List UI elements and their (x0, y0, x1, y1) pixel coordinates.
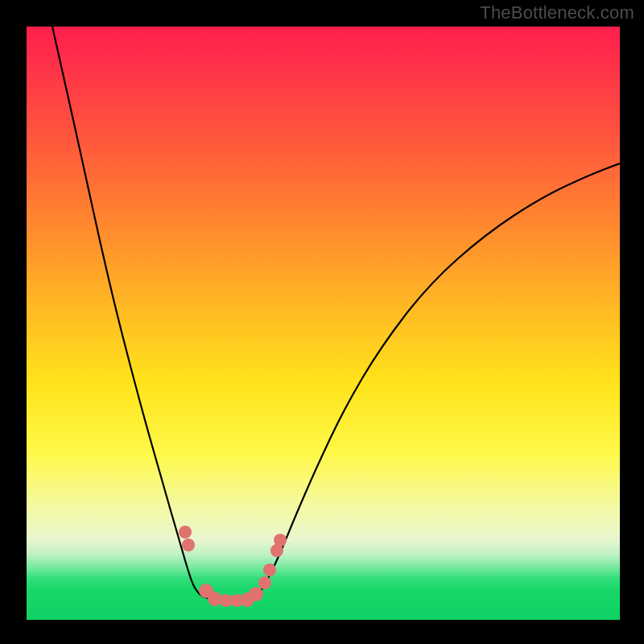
data-marker (258, 576, 271, 589)
data-marker (179, 526, 192, 539)
chart-frame: TheBottleneck.com (0, 0, 644, 644)
watermark-text: TheBottleneck.com (480, 2, 634, 23)
plot-area (27, 27, 620, 620)
marker-group (179, 526, 287, 607)
curves-svg (27, 27, 620, 620)
data-marker (182, 539, 195, 551)
data-marker (274, 534, 287, 547)
right-curve (254, 163, 620, 599)
left-curve (52, 27, 213, 599)
data-marker (249, 587, 263, 601)
data-marker (263, 564, 276, 576)
